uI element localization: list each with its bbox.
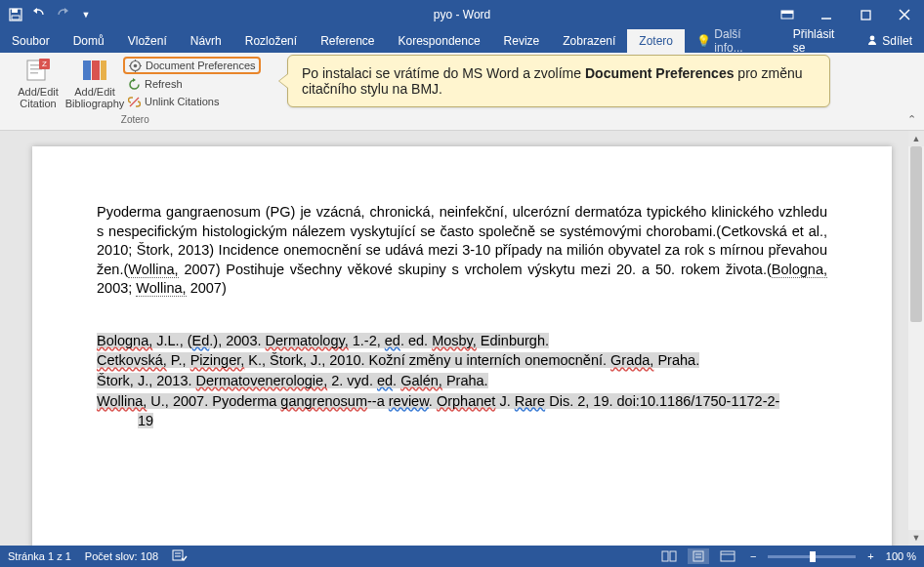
tab-insert[interactable]: Vložení [116,29,179,53]
tab-mailings[interactable]: Korespondence [387,29,492,53]
maximize-icon[interactable] [846,0,885,29]
zoom-slider[interactable] [768,555,856,558]
unlink-citations-button[interactable]: Unlink Citations [123,94,261,109]
share-icon [866,34,878,49]
redo-icon[interactable] [55,7,70,22]
minimize-icon[interactable] [807,0,846,29]
tab-home[interactable]: Domů [62,29,116,53]
svg-rect-1 [12,9,18,13]
undo-icon[interactable] [31,7,47,22]
bibliography[interactable]: Bologna, J.L., (Ed.), 2003. Dermatology,… [97,332,827,431]
svg-point-20 [133,63,137,67]
tab-review[interactable]: Revize [492,29,552,53]
page[interactable]: Pyoderma gangraenosum (PG) je vzácná, ch… [32,146,892,546]
svg-rect-2 [12,16,20,20]
spellcheck-icon[interactable] [172,548,188,564]
signin-button[interactable]: Přihlásit se [781,29,856,53]
vertical-scrollbar[interactable]: ▲ ▼ [908,131,924,546]
zoom-out-icon[interactable]: − [746,550,760,562]
scroll-up-icon[interactable]: ▲ [908,131,924,146]
svg-rect-30 [670,551,676,561]
tab-references[interactable]: Reference [309,29,386,53]
svg-rect-18 [101,61,106,80]
svg-text:Z: Z [42,60,47,68]
share-button[interactable]: Sdílet [855,29,924,53]
word-count[interactable]: Počet slov: 108 [85,550,158,562]
instruction-callout: Po instalaci se vrátíme do MS Word a zvo… [287,55,830,107]
svg-rect-31 [693,551,703,561]
status-bar: Stránka 1 z 1 Počet slov: 108 − + 100 % [0,546,924,567]
ribbon-tabs: Soubor Domů Vložení Návrh Rozložení Refe… [0,29,924,53]
document-preferences-button[interactable]: Document Preferences [123,57,261,74]
gear-icon [128,59,142,72]
svg-rect-16 [83,61,91,80]
svg-rect-29 [662,551,668,561]
read-mode-icon[interactable] [658,548,680,564]
svg-line-25 [130,98,139,106]
title-bar: ▼ pyo - Word [0,0,924,29]
tab-view[interactable]: Zobrazení [551,29,627,53]
collapse-ribbon-icon[interactable]: ⌃ [907,113,916,126]
svg-rect-4 [781,11,793,14]
document-title: pyo - Word [434,8,490,21]
ribbon-group-label: Zotero [121,114,149,127]
svg-rect-34 [721,551,735,561]
tell-me[interactable]: 💡 Další info... [685,29,781,53]
print-layout-icon[interactable] [688,548,709,564]
add-edit-bibliography-button[interactable]: Add/Edit Bibliography [66,55,123,109]
svg-rect-6 [861,11,870,20]
svg-rect-17 [92,61,100,80]
page-indicator[interactable]: Stránka 1 z 1 [8,550,71,562]
refresh-icon [127,77,141,91]
ribbon-display-icon[interactable] [768,0,807,29]
svg-point-9 [870,35,875,40]
document-area: Pyoderma gangraenosum (PG) je vzácná, ch… [0,131,924,546]
bibliography-icon [81,57,108,84]
svg-rect-13 [30,72,38,74]
unlink-icon [127,95,141,108]
qat-dropdown-icon[interactable]: ▼ [78,7,94,22]
body-paragraph[interactable]: Pyoderma gangraenosum (PG) je vzácná, ch… [97,203,827,299]
scroll-thumb[interactable] [910,146,922,322]
tab-file[interactable]: Soubor [0,29,62,53]
zoom-level[interactable]: 100 % [886,550,916,562]
tab-zotero[interactable]: Zotero [627,29,685,53]
tab-design[interactable]: Návrh [179,29,233,53]
refresh-button[interactable]: Refresh [123,76,261,92]
save-icon[interactable] [8,7,23,22]
web-layout-icon[interactable] [717,548,738,564]
close-icon[interactable] [885,0,924,29]
citation-icon: Z [24,57,52,84]
add-edit-citation-button[interactable]: Z Add/Edit Citation [10,55,66,109]
svg-rect-26 [173,550,183,560]
tab-layout[interactable]: Rozložení [233,29,309,53]
scroll-down-icon[interactable]: ▼ [908,530,924,546]
bulb-icon: 💡 [696,34,711,48]
zoom-in-icon[interactable]: + [863,550,877,562]
